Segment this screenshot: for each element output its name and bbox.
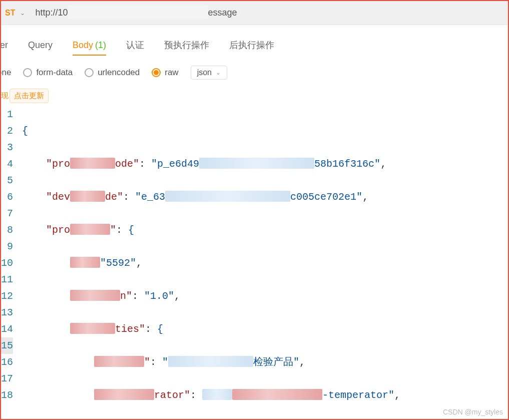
radio-icon (85, 68, 94, 77)
chevron-down-icon: ⌄ (216, 69, 221, 76)
url-input-suffix[interactable]: essage (208, 8, 237, 18)
radio-icon (152, 68, 161, 77)
url-bar: ST ⌄ http://10 essage (1, 1, 508, 25)
body-type-none[interactable]: one (0, 68, 11, 78)
watermark: CSDN @my_styles (443, 408, 503, 416)
tab-post-request[interactable]: 后执行操作 (229, 35, 274, 56)
body-type-raw[interactable]: raw (152, 68, 178, 78)
body-type-selector: one form-data urlencoded raw json ⌄ (1, 57, 508, 89)
tab-query[interactable]: Query (28, 36, 53, 56)
update-link[interactable]: 点击更新 (10, 89, 49, 103)
update-notice-bar: 现 点击更新 (1, 89, 508, 103)
tab-header[interactable]: ler (0, 36, 8, 56)
url-input-prefix[interactable]: http://10 (31, 8, 68, 18)
tab-pre-request[interactable]: 预执行操作 (164, 35, 209, 56)
body-type-form-data[interactable]: form-data (23, 68, 73, 78)
raw-format-select[interactable]: json ⌄ (191, 66, 227, 80)
tab-auth[interactable]: 认证 (126, 35, 144, 56)
radio-icon (23, 68, 32, 77)
url-redacted (68, 5, 208, 19)
http-method-select[interactable]: ST (5, 9, 20, 18)
json-editor[interactable]: 123456789101112131415161718 { "proode": … (1, 106, 508, 420)
notice-prefix: 现 (1, 91, 9, 100)
chevron-down-icon[interactable]: ⌄ (20, 10, 25, 17)
request-tabs: ler Query Body(1) 认证 预执行操作 后执行操作 (1, 25, 508, 57)
code-body[interactable]: { "proode": "p_e6d4958b16f316c", "devde"… (22, 106, 508, 420)
line-gutter: 123456789101112131415161718 (1, 106, 22, 420)
tab-body[interactable]: Body(1) (73, 36, 106, 56)
body-type-urlencoded[interactable]: urlencoded (85, 68, 140, 78)
